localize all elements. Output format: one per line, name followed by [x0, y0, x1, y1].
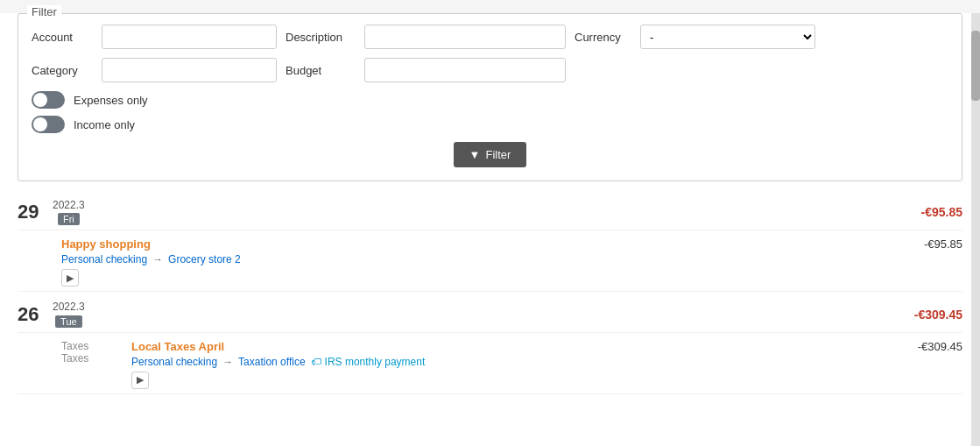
filter-row-2: Category Budget [32, 58, 948, 82]
filter-icon: ▼ [469, 148, 481, 161]
from-account-link-2[interactable]: Personal checking [131, 356, 217, 368]
account-input[interactable] [102, 25, 277, 49]
expenses-only-label: Expenses only [74, 94, 148, 107]
transaction-date-row-2: 26 2022.3 Tue -€309.45 [18, 292, 962, 332]
day-of-week: Fri [58, 213, 80, 225]
category-name: Taxes [61, 340, 131, 352]
day-of-week-2: Tue [55, 315, 82, 328]
description-label: Description [286, 31, 356, 44]
transaction-amount-2: -€309.45 [918, 340, 962, 353]
category-column: Taxes Taxes [18, 340, 131, 389]
date-year-month-2: 2022.3 [53, 301, 85, 313]
tag-badge: 🏷 IRS monthly payment [311, 356, 426, 368]
group-total-amount: -€95.85 [921, 205, 962, 219]
transaction-title-row-2: Local Taxes April -€309.45 [131, 340, 962, 353]
date-left: 29 2022.3 Fri [18, 199, 85, 225]
transaction-sub: Personal checking → Grocery store 2 [61, 253, 962, 265]
scrollbar[interactable] [971, 13, 980, 446]
filter-btn-row: ▼ Filter [32, 142, 948, 167]
transaction-sub-2: Personal checking → Taxation office 🏷 IR… [131, 356, 962, 368]
filter-panel: Filter Account Description Currency - EU… [18, 13, 962, 181]
transaction-title-2: Local Taxes April [131, 340, 224, 353]
expand-button-2[interactable]: ▶ [131, 372, 149, 389]
day-number-2: 26 [18, 303, 44, 326]
date-left-2: 26 2022.3 Tue [18, 301, 85, 327]
transaction-title-row: Happy shopping -€95.85 [61, 237, 962, 251]
transactions-list: 29 2022.3 Fri -€95.85 Happy shopping -€9… [18, 190, 962, 394]
transaction-amount: -€95.85 [924, 237, 962, 251]
from-account-link[interactable]: Personal checking [61, 253, 147, 265]
date-badge: 2022.3 Fri [53, 199, 85, 225]
category-label: Category [32, 64, 93, 77]
date-badge-2: 2022.3 Tue [53, 301, 85, 327]
income-only-toggle-row: Income only [32, 116, 948, 133]
income-only-toggle[interactable] [32, 116, 65, 133]
category-input[interactable] [102, 58, 277, 82]
arrow-icon: → [152, 253, 163, 265]
tag-label: IRS monthly payment [325, 356, 426, 368]
expand-btn-container-2: ▶ [131, 368, 962, 389]
expand-button[interactable]: ▶ [61, 269, 79, 287]
to-account-link-2[interactable]: Taxation office [238, 356, 306, 368]
scrollbar-thumb[interactable] [971, 31, 980, 101]
transaction-date-row: 29 2022.3 Fri -€95.85 [18, 190, 962, 230]
expenses-only-toggle-row: Expenses only [32, 91, 948, 109]
income-only-label: Income only [74, 118, 135, 131]
to-account-link[interactable]: Grocery store 2 [168, 253, 241, 265]
filter-legend: Filter [27, 5, 61, 18]
date-year-month: 2022.3 [53, 199, 85, 211]
filter-button[interactable]: ▼ Filter [454, 142, 527, 167]
transaction-title: Happy shopping [61, 237, 151, 251]
group-total-amount-2: -€309.45 [914, 308, 962, 322]
expand-btn-container: ▶ [61, 265, 962, 287]
main-transaction-column: Local Taxes April -€309.45 Personal chec… [131, 340, 962, 389]
budget-label: Budget [286, 64, 356, 77]
account-label: Account [32, 31, 93, 44]
expenses-only-toggle[interactable] [32, 91, 65, 109]
transaction-item-with-cat: Taxes Taxes Local Taxes April -€309.45 P… [18, 333, 962, 394]
day-number: 29 [18, 201, 44, 223]
filter-button-label: Filter [485, 148, 511, 161]
transaction-item: Happy shopping -€95.85 Personal checking… [18, 230, 962, 292]
arrow-icon-2: → [222, 356, 233, 368]
currency-label: Currency [575, 31, 631, 44]
subcategory-name: Taxes [61, 352, 131, 365]
budget-input[interactable] [364, 58, 566, 82]
description-input[interactable] [364, 25, 566, 49]
filter-row-1: Account Description Currency - EUR USD G… [32, 25, 948, 49]
currency-select[interactable]: - EUR USD GBP [640, 25, 815, 49]
tag-icon: 🏷 [311, 356, 321, 368]
